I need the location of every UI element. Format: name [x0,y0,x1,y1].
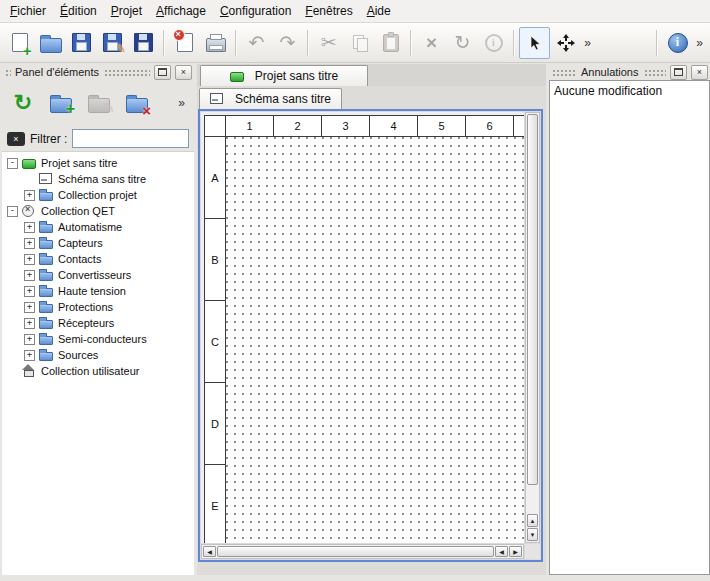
clear-filter-button[interactable]: × [7,132,25,146]
diagram-sheet: 123456 ABCDE [204,115,524,543]
ruler-column-label: 2 [274,116,322,136]
new-element-button[interactable]: + [46,87,76,119]
tree-item[interactable]: Schéma sans titre [2,171,194,187]
toolbar-overflow-button[interactable]: » [581,36,594,50]
scroll-up-button[interactable]: ▲ [527,514,538,527]
save-button[interactable] [66,27,97,59]
tree-item[interactable]: Capteurs [2,235,194,251]
menu-item[interactable]: Configuration [213,1,298,21]
tree-item[interactable]: Récepteurs [2,315,194,331]
vertical-scrollbar[interactable]: ▲ ▼ [525,112,540,543]
plus-badge-icon: + [66,100,75,118]
tree-item-icon [22,157,37,169]
tree-item[interactable]: Collection QET [2,203,194,219]
elements-panel-header[interactable]: Panel d'éléments × [2,64,194,80]
about-qet-button[interactable]: i [662,27,693,59]
tree-item[interactable]: Sources [2,347,194,363]
ruler-row-label: B [205,219,225,301]
filter-input[interactable] [72,129,189,148]
tree-item-icon [22,205,37,217]
tree-expander[interactable] [7,206,18,217]
tree-expander[interactable] [24,190,35,201]
filter-label: Filtrer : [30,132,67,146]
tree-item[interactable]: Semi-conducteurs [2,331,194,347]
tree-expander[interactable] [24,318,35,329]
redo-button[interactable]: ↷ [272,27,303,59]
vertical-scrollbar-thumb[interactable] [527,114,538,485]
diagram-view-frame: 123456 ABCDE ▲ ▼ ◀ [198,109,543,562]
tree-expander[interactable] [24,270,35,281]
dock-drag-texture [643,68,667,76]
diagram-grid-canvas[interactable] [226,137,524,543]
delete-button[interactable]: × [416,27,447,59]
ruler-corner [205,116,226,136]
horizontal-scrollbar[interactable]: ◀ ◀ ▶ [201,544,524,559]
tree-expander[interactable] [24,302,35,313]
pan-mode-button[interactable] [550,27,581,59]
undo-button[interactable]: ↶ [241,27,272,59]
close-file-button[interactable] [169,27,200,59]
float-panel-button[interactable] [670,65,687,80]
paste-button[interactable] [375,27,406,59]
edit-element-button[interactable]: ✎ [84,87,114,119]
ruler-row-label: E [205,465,225,543]
tree-item[interactable]: Haute tension [2,283,194,299]
select-mode-button[interactable] [519,27,550,59]
scroll-down-button[interactable]: ▼ [527,528,538,541]
panel-toolbar-overflow-button[interactable]: » [175,96,188,110]
scroll-left-button-2[interactable]: ◀ [495,546,508,557]
tree-expander[interactable] [24,238,35,249]
undo-panel-title: Annulations [581,66,639,78]
menu-item[interactable]: Fenêtres [298,1,359,21]
undo-panel-header[interactable]: Annulations × [549,64,710,80]
reload-collections-button[interactable]: ↻ [8,87,38,119]
tree-item[interactable]: Projet sans titre [2,155,194,171]
save-as-icon: ✎ [103,33,122,52]
ruler-column-label: 4 [370,116,418,136]
menu-item[interactable]: Aide [360,1,398,21]
toolbar-overflow-button[interactable]: » [693,36,706,50]
scrollbar-corner [525,544,540,559]
tree-expander[interactable] [24,254,35,265]
scroll-right-button[interactable]: ▶ [509,546,522,557]
tree-item-icon [39,221,54,233]
cut-button[interactable]: ✂ [313,27,344,59]
tree-expander[interactable] [24,286,35,297]
menu-item[interactable]: Affichage [149,1,213,21]
elements-panel: Panel d'éléments × ↻ + ✎ × » × Filtrer :… [2,64,194,575]
horizontal-scrollbar-thumb[interactable] [217,546,494,557]
new-document-button[interactable] [4,27,35,59]
menu-item[interactable]: Édition [53,1,104,21]
tree-item[interactable]: Collection projet [2,187,194,203]
delete-element-button[interactable]: × [122,87,152,119]
close-panel-button[interactable]: × [175,65,192,80]
rotate-button[interactable]: ↻ [447,27,478,59]
save-all-button[interactable] [128,27,159,59]
move-arrows-icon [557,34,575,52]
close-panel-button[interactable]: × [691,65,708,80]
tree-item[interactable]: Collection utilisateur [2,363,194,379]
menu-item[interactable]: Projet [104,1,149,21]
tree-expander[interactable] [24,350,35,361]
save-icon [72,33,91,52]
tree-item[interactable]: Convertisseurs [2,267,194,283]
tree-expander[interactable] [24,222,35,233]
menu-item[interactable]: Fichier [3,1,53,21]
diagram-tab[interactable]: Schéma sans titre [199,88,342,109]
tree-item[interactable]: Automatisme [2,219,194,235]
diagram-viewport[interactable]: 123456 ABCDE [201,112,524,543]
float-panel-button[interactable] [154,65,171,80]
scroll-left-button[interactable]: ◀ [203,546,216,557]
tree-item[interactable]: Contacts [2,251,194,267]
open-document-button[interactable] [35,27,66,59]
undo-history-list[interactable]: Aucune modification [549,80,710,575]
print-button[interactable] [200,27,231,59]
save-as-button[interactable]: ✎ [97,27,128,59]
tree-item[interactable]: Protections [2,299,194,315]
tree-expander[interactable] [7,158,18,169]
conductor-info-button[interactable]: i [478,27,509,59]
tree-expander[interactable] [24,334,35,345]
tree-item-label: Schéma sans titre [58,173,146,185]
copy-button[interactable] [344,27,375,59]
project-tab[interactable]: Projet sans titre [200,65,368,86]
